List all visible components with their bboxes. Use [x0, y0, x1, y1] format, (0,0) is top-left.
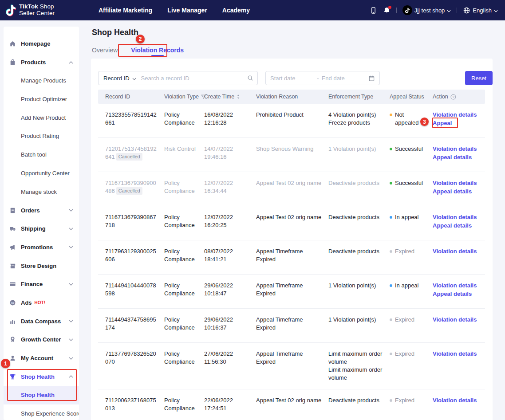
- sort-icon[interactable]: [237, 94, 240, 99]
- logo-text: TikTok Shop Seller Center: [19, 4, 55, 16]
- language-selector[interactable]: English: [463, 7, 498, 14]
- table-row: 7113776978326520070 Policy Compliance 27…: [98, 343, 485, 389]
- sidebar-item-homepage[interactable]: Homepage: [4, 35, 79, 53]
- svg-text:AD: AD: [11, 302, 15, 304]
- record-id-cell: 7112006237168075013: [105, 396, 164, 412]
- column-action: Action?: [433, 94, 485, 100]
- action-cell: Violation details: [433, 396, 485, 405]
- search-icon[interactable]: [243, 75, 257, 81]
- action-cell: Violation detailsAppeal details: [433, 282, 485, 298]
- sidebar-item-label: Orders: [21, 207, 40, 214]
- sidebar-item-products[interactable]: Products: [4, 53, 79, 72]
- violation-details-link[interactable]: Violation details: [433, 247, 480, 255]
- sidebar-subitem-product-rating[interactable]: Product Rating: [4, 127, 79, 145]
- sidebar-item-store-design[interactable]: Store Design: [4, 256, 79, 275]
- record-id-cell: 7132335578519142661: [105, 111, 164, 127]
- violation-reason-cell: Appeal Timeframe Expired: [256, 316, 328, 332]
- violation-details-link[interactable]: Violation details: [433, 213, 480, 221]
- appeal-details-link[interactable]: Appeal details: [433, 188, 480, 196]
- nav-live-manager[interactable]: Live Manager: [167, 7, 207, 14]
- violation-details-link[interactable]: Violation details: [433, 145, 480, 153]
- violation-reason-cell: Shop Serious Warning: [256, 145, 328, 153]
- date-range-picker[interactable]: Start date - End date: [265, 71, 380, 85]
- table-row: 7114494104440078598 Policy Compliance 29…: [98, 275, 485, 309]
- chevron-down-icon: [69, 228, 73, 230]
- active-tab-underline: [151, 55, 164, 56]
- sidebar-item-my-account[interactable]: My Account: [4, 349, 79, 368]
- record-id: 7114494374758695174: [105, 316, 156, 331]
- violation-details-link[interactable]: Violation details: [433, 396, 480, 404]
- notification-bell-icon[interactable]: [383, 7, 391, 14]
- violation-type-cell: Risk Control: [164, 145, 204, 153]
- table-header: Record IDViolation TypeCreate TimeViolat…: [98, 90, 485, 104]
- enforcement-type-cell: 1 Violation point(s): [328, 316, 390, 324]
- appeal-link[interactable]: Appeal: [433, 119, 480, 127]
- promotions-icon: [9, 244, 16, 251]
- sidebar-subitem-batch-tool[interactable]: Batch tool: [4, 145, 79, 164]
- appeal-details-link[interactable]: Appeal details: [433, 153, 480, 161]
- sidebar-subitem-add-new-product[interactable]: Add New Product: [4, 109, 79, 127]
- tiktok-shop-logo[interactable]: TikTok Shop Seller Center: [0, 4, 89, 16]
- sidebar-item-orders[interactable]: Orders: [4, 201, 79, 220]
- nav-academy[interactable]: Academy: [222, 7, 250, 14]
- sidebar-subitem-manage-products[interactable]: Manage Products: [4, 71, 79, 90]
- store-design-icon: [9, 263, 16, 269]
- sidebar-subitem-manage-stock[interactable]: Manage stock: [4, 183, 79, 201]
- sidebar-item-growth-center[interactable]: Growth Center: [4, 330, 79, 349]
- table-body: 7132335578519142661 Policy Compliance 16…: [98, 104, 485, 420]
- violation-type-cell: Policy Compliance: [164, 111, 204, 127]
- sidebar-item-shop-health[interactable]: Shop Health: [4, 367, 79, 386]
- violation-details-link[interactable]: Violation details: [433, 282, 480, 290]
- record-id-cell: 7120175137458192641Cancelled: [105, 145, 164, 161]
- tab-violation-records[interactable]: Violation Records: [131, 47, 184, 57]
- reset-button[interactable]: Reset: [465, 71, 493, 85]
- shipping-icon: [9, 225, 16, 232]
- violation-reason-cell: Appeal Test 02 orig name: [256, 179, 328, 187]
- sidebar-item-promotions[interactable]: Promotions: [4, 238, 79, 257]
- tab-overview[interactable]: Overview: [92, 47, 118, 57]
- violation-details-link[interactable]: Violation details: [433, 316, 480, 324]
- notification-dot: [388, 6, 391, 9]
- sidebar-item-data-compass[interactable]: Data Compass: [4, 312, 79, 330]
- search-input[interactable]: Search a record ID: [138, 75, 243, 82]
- sidebar-subitem-product-optimizer[interactable]: Product Optimizer: [4, 90, 79, 109]
- sidebar-item-shipping[interactable]: Shipping: [4, 220, 79, 238]
- violation-details-link[interactable]: Violation details: [433, 350, 480, 358]
- chevron-down-icon: [69, 246, 73, 248]
- status-dot: [390, 399, 392, 402]
- home-icon: [9, 40, 16, 47]
- appeal-status-cell: In appeal: [390, 213, 433, 221]
- mobile-app-icon[interactable]: [370, 7, 377, 14]
- status-dot: [390, 114, 392, 116]
- violation-details-link[interactable]: Violation details: [433, 111, 480, 119]
- shop-account-menu[interactable]: Jjj test shop: [402, 5, 451, 15]
- create-time-cell: 29/06/202210:18:47: [204, 282, 256, 298]
- sidebar-item-label: Products: [21, 59, 46, 66]
- cancelled-tag: Cancelled: [116, 187, 142, 195]
- action-cell: Violation details: [433, 247, 485, 256]
- status-dot: [390, 182, 392, 184]
- violation-details-link[interactable]: Violation details: [433, 179, 480, 187]
- appeal-details-link[interactable]: Appeal details: [433, 222, 480, 230]
- sidebar-item-ads[interactable]: AD Ads HOT!: [4, 294, 79, 312]
- nav-affiliate-marketing[interactable]: Affiliate Marketing: [99, 7, 152, 14]
- orders-icon: [9, 207, 16, 214]
- ads-icon: AD: [9, 299, 16, 306]
- svg-text:?: ?: [452, 95, 454, 99]
- appeal-details-link[interactable]: Appeal details: [433, 290, 480, 298]
- sidebar-item-finance[interactable]: Finance: [4, 275, 79, 294]
- search-field-select[interactable]: Record ID: [99, 75, 138, 82]
- sidebar-subitem-shop-health[interactable]: Shop Health: [4, 386, 79, 404]
- enforcement-type-cell: 1 Violation point(s): [328, 282, 390, 290]
- action-cell: Violation detailsAppeal details: [433, 179, 485, 196]
- top-navbar: TikTok Shop Seller Center Affiliate Mark…: [0, 0, 505, 20]
- growth-center-icon: [9, 336, 16, 343]
- create-time-cell: 27/06/202211:56:30: [204, 350, 256, 366]
- start-date-input[interactable]: Start date: [270, 75, 314, 82]
- sidebar-subitem-opportunity-center[interactable]: Opportunity Center: [4, 164, 79, 183]
- help-icon[interactable]: ?: [450, 94, 456, 100]
- status-text: Expired: [395, 396, 414, 404]
- sidebar-subitem-shop-experience-score[interactable]: Shop Experience Score: [4, 404, 79, 420]
- record-id-cell: 7117963129300025606: [105, 247, 164, 263]
- end-date-input[interactable]: End date: [322, 75, 366, 82]
